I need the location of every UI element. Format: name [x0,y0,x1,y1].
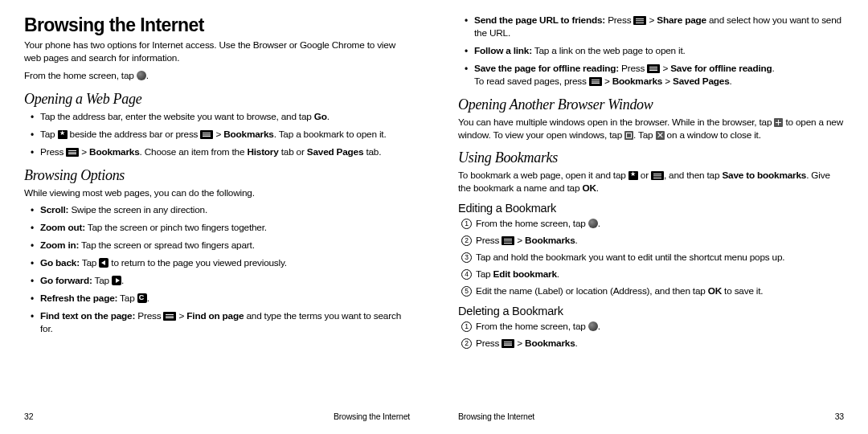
text: > [514,338,525,349]
bookmark-star-icon [628,171,638,180]
text: to return to the page you viewed previou… [108,257,287,268]
list-item: Tap and hold the bookmark you want to ed… [463,252,844,264]
save-offline-label: Save the page for offline reading: [474,63,619,74]
heading-deleting-bookmark: Deleting a Bookmark [458,305,844,317]
text: Press [476,235,502,246]
list-item: Tap beside the address bar or press > Bo… [32,129,410,141]
bookmarks-label: Bookmarks [89,146,139,158]
text: . [146,70,149,81]
text: Tap the screen or pinch two fingers toge… [85,222,267,233]
browser-globe-icon [588,219,598,228]
bookmarks-intro: To bookmark a web page, open it and tap … [458,170,844,195]
list-item: From the home screen, tap . [463,321,844,334]
go-forward-label: Go forward: [40,275,92,286]
text: From the home screen, tap [476,218,588,229]
text: Tap [117,293,137,304]
heading-using-bookmarks: Using Bookmarks [458,149,844,166]
bookmarks-label: Bookmarks [223,129,273,140]
open-web-page-list: Tap the address bar, enter the website y… [24,111,410,159]
text: Tap the address bar, enter the website y… [40,111,314,122]
refresh-label: Refresh the page: [40,293,117,304]
editing-bookmark-steps: From the home screen, tap . Press > Book… [458,218,844,298]
bookmark-star-icon [58,130,68,139]
save-for-offline-label: Save for offline reading [670,63,772,74]
text: or [638,170,651,181]
list-item: Press > Bookmarks. Choose an item from t… [32,146,410,159]
text: Tap a link on the web page to open it. [532,45,686,56]
follow-link-label: Follow a link: [474,45,532,56]
text: > [514,235,525,246]
text: . [121,275,124,286]
menu-icon [633,16,646,25]
text: > [602,76,612,87]
text: . [147,293,149,304]
text: . [596,182,599,194]
list-item: Zoom in: Tap the screen or spread two fi… [32,240,410,252]
heading-editing-bookmark: Editing a Bookmark [458,202,844,215]
text: Tap [40,129,58,140]
history-label: History [247,146,278,158]
text: From the home screen, tap [24,70,137,81]
scroll-label: Scroll: [40,204,68,215]
text: Press [605,14,633,26]
zoom-in-label: Zoom in: [40,240,79,251]
text: > [213,129,223,140]
text: Press [135,310,163,321]
text: From the home screen, tap [476,321,588,332]
browsing-options-continued: Send the page URL to friends: Press > Sh… [458,14,844,88]
save-to-bookmarks-label: Save to bookmarks [722,170,806,181]
page-number: 33 [835,411,844,421]
list-item: Edit the name (Label) or location (Addre… [463,285,844,298]
text: Tap the screen or spread two fingers apa… [79,240,255,251]
text: on a window to close it. [665,129,761,141]
bookmarks-label: Bookmarks [612,76,662,87]
menu-icon [651,171,664,180]
saved-pages-label: Saved Pages [673,76,730,87]
text: Press [476,338,502,349]
forward-icon [112,276,121,285]
text: > [79,146,89,158]
send-url-label: Send the page URL to friends: [474,14,605,26]
list-item: From the home screen, tap . [463,218,844,231]
list-item: Press > Bookmarks. [463,338,844,350]
menu-icon [502,339,514,348]
text: . Choose an item from the [140,146,248,158]
heading-browsing-options: Browsing Options [24,167,410,184]
text: > [176,310,186,321]
list-item: Tap Edit bookmark. [463,268,844,281]
another-window-text: You can have multiple windows open in th… [458,117,844,142]
text: to save it. [722,285,763,297]
list-item: Send the page URL to friends: Press > Sh… [466,14,844,40]
text: Tap [80,257,99,268]
intro-text: Your phone has two options for Internet … [24,39,410,65]
text: Press [40,146,66,158]
text: . [772,63,775,74]
text: tab. [363,146,381,158]
heading-opening-web-page: Opening a Web Page [24,91,410,108]
text: > [660,63,670,74]
right-content: Send the page URL to friends: Press > Sh… [458,14,844,408]
list-item: Press > Bookmarks. [463,235,844,248]
edit-bookmark-label: Edit bookmark [493,268,557,280]
plus-icon [774,118,783,127]
text: Tap [92,275,112,286]
text: . [575,235,578,246]
bookmarks-label: Bookmarks [525,338,575,349]
bookmarks-label: Bookmarks [525,235,575,246]
text: beside the address bar or press [68,129,201,140]
menu-icon [66,148,79,157]
list-item: Scroll: Swipe the screen in any directio… [32,204,410,217]
text: , and then tap [664,170,722,181]
text: . [598,321,600,332]
text: . [327,111,330,122]
refresh-icon [137,293,147,303]
text: Tap [476,268,493,280]
left-content: Browsing the Internet Your phone has two… [24,14,410,408]
list-item: Go back: Tap to return to the page you v… [32,257,410,270]
text: > [662,76,673,87]
list-item: Follow a link: Tap a link on the web pag… [466,45,844,58]
menu-icon [647,64,660,73]
find-label: Find text on the page: [40,310,135,321]
menu-icon [200,130,213,139]
ok-label: OK [708,285,722,297]
